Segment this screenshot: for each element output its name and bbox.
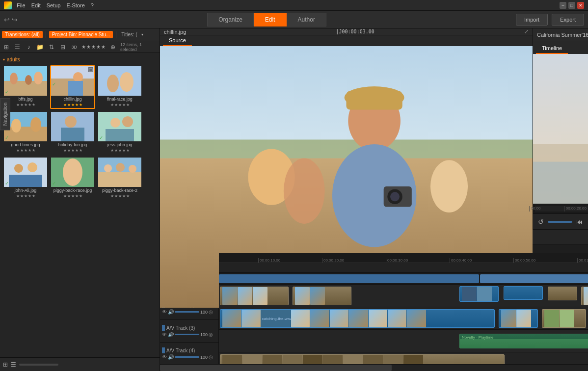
tab-organize[interactable]: Organize [207,13,254,26]
size-slider[interactable] [19,364,58,366]
scrub-bar[interactable] [548,221,572,223]
file-name: holiday-fun.jpg [51,141,94,148]
svg-point-15 [30,117,41,132]
file-item[interactable]: piggy-back-race-2 ★★★★★ [97,157,142,200]
loop-button[interactable]: ↺ [536,217,546,227]
list-view-button[interactable]: ☰ [11,361,16,368]
preview-area: chillin.jpg [J00:00:03.00 ⤢ Source [160,28,588,230]
titles-label[interactable]: Titles: ( [119,31,139,38]
undo-button[interactable]: ↩ [4,16,10,24]
navigation-side-tab[interactable]: Navigation [0,98,10,130]
chevron-down-icon: ▾ [141,32,143,37]
expand-icon[interactable]: ⤢ [524,28,529,35]
track-4-volume: 👁 🔊 100 ◎ [162,354,216,360]
track-header-4: A/V Track (4) 👁 🔊 100 ◎ [160,343,218,364]
grid-icon[interactable]: ⊞ [2,43,10,52]
tab-edit[interactable]: Edit [254,13,287,26]
clip-4-main[interactable] [220,354,505,364]
window-controls: – □ ✕ [560,2,584,9]
maximize-button[interactable]: □ [568,2,575,9]
file-stars: ★★★★★ [4,103,47,108]
more-icon[interactable]: ⊕ [109,43,117,52]
file-count: 12 items, 1 selected [120,42,158,52]
redo-button[interactable]: ↪ [12,16,18,24]
source-filename: chillin.jpg [164,29,186,35]
import-button[interactable]: Import [516,14,548,26]
menu-estore[interactable]: E-Store [66,2,84,8]
eye-icon[interactable]: 👁 [162,309,167,315]
svg-rect-58 [533,162,588,204]
volume-slider-4[interactable] [175,356,199,358]
audio-icon[interactable]: 🔊 [168,354,174,360]
svg-point-2 [10,73,18,84]
volume-slider-2[interactable] [175,311,199,313]
left-toolbar2: ⊞ ☰ ♪ 📁 ⇅ ⊟ 3D ★★★★★ ⊕ 12 items, 1 selec… [0,41,160,53]
sort-icon[interactable]: ⇅ [47,43,55,52]
timeline-scale: 00:00 00:00:20.00 00:00:40.00 00:01:00.0… [535,206,588,212]
thumb-corner-icon: □ [88,67,93,72]
file-stars: ★★★★★ [4,194,47,199]
close-button[interactable]: ✕ [577,2,584,9]
export-button[interactable]: Export [552,14,584,26]
track-name-3: A/V Track (3) [166,325,216,331]
file-item[interactable]: holiday-fun.jpg ★★★★★ [50,111,95,155]
source-panel-icons: ⤢ [524,28,529,35]
vol-knob-icon[interactable]: ◎ [209,354,213,360]
file-item[interactable]: ✓ piggy-back-race.jpg ★★★★★ [50,157,95,200]
menu-setup[interactable]: Setup [47,2,61,8]
audio-icon[interactable]: 🔊 [168,332,174,337]
track-header-3: A/V Track (3) 👁 🔊 100 ◎ [160,320,218,343]
clip-1d[interactable] [504,286,543,300]
svg-point-3 [25,75,32,85]
clip-2c[interactable] [542,309,586,328]
source-panel: chillin.jpg [J00:00:03.00 ⤢ Source [160,28,533,229]
track-name-4: A/V Track (4) [166,348,216,353]
menu-help[interactable]: ? [91,2,94,8]
clip-1e[interactable] [548,287,577,300]
file-item-selected[interactable]: □ ✓ chillin.jpg ★★★★★ [50,65,95,109]
project-bin-label[interactable]: Project Bin: Pinnacle Stu... [49,31,113,38]
file-thumbnail [98,66,141,96]
grid-view-button[interactable]: ⊞ [3,361,8,368]
file-stars: ★★★★★ [51,103,94,108]
monitor-controls: ↺ ⏮ ⏮ ▶ ⏭ ⏭ 🔊 PIP ⤢ [533,213,588,229]
list-icon[interactable]: ☰ [13,43,22,52]
eye-icon[interactable]: 👁 [162,354,167,360]
tab-source[interactable]: Source [163,35,192,46]
vol-knob-icon[interactable]: ◎ [209,309,213,315]
music-icon[interactable]: ♪ [25,43,33,52]
monitor-panel: California Summer'16.Movie.axp [J00:01:2… [533,28,588,229]
clip-1f[interactable] [581,287,588,305]
menu-edit[interactable]: Edit [31,2,41,8]
clip-2-main[interactable]: catching-the-wave.jpg [220,309,495,328]
menu-file[interactable]: File [17,2,26,8]
audio-icon[interactable]: 🔊 [168,309,174,315]
group-expand-icon[interactable]: ▾ [3,57,5,62]
file-item[interactable]: ✓ jess-john.jpg ★★★★★ [97,111,142,155]
file-item[interactable]: final-race.jpg ★★★★★ [97,65,142,109]
transitions-label[interactable]: Transitions: (all) [2,31,43,38]
file-item[interactable]: ✓ john-Ali.jpg ★★★★★ [3,157,48,200]
vol-knob-icon[interactable]: ◎ [209,332,213,337]
scrollbar-thumb[interactable] [160,365,392,371]
tab-timeline[interactable]: Timeline [536,43,568,54]
clip-1a[interactable] [220,287,289,305]
svg-point-7 [73,72,83,82]
file-name: john-Ali.jpg [4,187,47,194]
tl-mark: 00:00:20.00 [564,206,587,212]
tab-author[interactable]: Author [287,13,326,26]
filter-icon[interactable]: ⊟ [59,43,67,52]
mode-tabs: Organize Edit Author [207,13,326,26]
eye-icon[interactable]: 👁 [162,332,167,337]
clip-2b[interactable] [499,309,538,328]
horizontal-scrollbar[interactable] [160,364,588,371]
clip-1b[interactable] [293,287,351,305]
volume-slider-3[interactable] [175,334,199,335]
minimize-button[interactable]: – [560,2,566,9]
3d-icon[interactable]: 3D [70,43,79,52]
prev-frame-button[interactable]: ⏮ [574,217,585,227]
folder-icon[interactable]: 📁 [36,43,44,52]
clip-1c[interactable] [459,286,499,302]
svg-point-46 [390,192,400,201]
audio-clip-3[interactable]: Novelty - Playtime [459,334,588,348]
